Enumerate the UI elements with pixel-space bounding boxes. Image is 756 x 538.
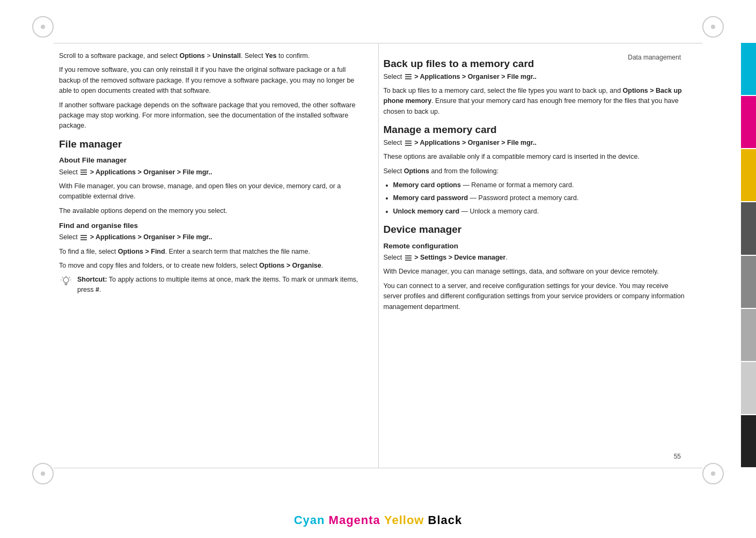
cmyk-bar: Cyan Magenta Yellow Black <box>294 513 463 527</box>
menu-icon-3 <box>405 73 412 80</box>
remote-p1: With Device manager, you can manage sett… <box>384 267 687 277</box>
menu-icon-2 <box>80 234 87 241</box>
memory-options-list: Memory card options — Rename or format a… <box>384 180 687 217</box>
shortcut-svg-icon <box>59 275 73 289</box>
reg-mark-tl <box>32 16 54 38</box>
cmyk-cyan: Cyan <box>294 513 325 527</box>
file-manager-title: File manager <box>59 138 362 151</box>
list-item-2: Memory card password — Password protect … <box>384 193 687 203</box>
list-item-3: Unlock memory card — Unlock a memory car… <box>384 207 687 217</box>
svg-rect-2 <box>80 174 87 175</box>
intro-p3: If another software package depends on t… <box>59 100 362 131</box>
backup-p1: To back up files to a memory card, selec… <box>384 86 687 117</box>
tab-gray1 <box>741 202 756 254</box>
intro-p1: Scroll to a software package, and select… <box>59 51 362 61</box>
reg-mark-br <box>702 463 724 484</box>
find-nav-text: Select > Applications > Organiser > File… <box>59 232 362 242</box>
find-p2: To move and copy files and folders, or t… <box>59 261 362 271</box>
svg-rect-18 <box>405 143 412 144</box>
menu-icon-1 <box>80 168 87 176</box>
shortcut-icon <box>59 275 74 292</box>
about-file-manager-subtitle: About File manager <box>59 155 362 166</box>
tab-yellow <box>741 149 756 201</box>
manage-p1: These options are available only if a co… <box>384 152 687 162</box>
right-column: Back up files to a memory card Select > … <box>373 48 687 463</box>
left-column: Scroll to a software package, and select… <box>59 48 373 463</box>
about-p2: The available options depend on the memo… <box>59 206 362 216</box>
svg-rect-0 <box>80 169 87 171</box>
cmyk-black: Black <box>428 513 463 527</box>
svg-rect-15 <box>405 76 412 77</box>
manage-nav-text: Select > Applications > Organiser > File… <box>384 138 687 148</box>
svg-rect-21 <box>405 257 412 259</box>
svg-rect-4 <box>80 237 87 238</box>
find-organise-subtitle: Find and organise files <box>59 220 362 231</box>
reg-mark-bl <box>32 463 54 484</box>
svg-rect-5 <box>80 239 87 240</box>
tab-black <box>741 415 756 467</box>
reg-mark-tr <box>702 16 724 38</box>
remote-p2: You can connect to a server, and receive… <box>384 281 687 312</box>
svg-rect-17 <box>405 141 412 142</box>
remote-config-subtitle: Remote configuration <box>384 241 687 252</box>
tab-gray4 <box>741 362 756 414</box>
intro-p2: If you remove software, you can only rei… <box>59 65 362 96</box>
menu-icon-4 <box>405 139 412 147</box>
remote-nav-text: Select > Settings > Device manager. <box>384 253 687 263</box>
cmyk-yellow: Yellow <box>384 513 424 527</box>
svg-rect-16 <box>405 78 412 79</box>
svg-rect-19 <box>405 145 412 146</box>
shortcut-box: Shortcut: To apply actions to multiple i… <box>59 275 362 295</box>
menu-icon-5 <box>405 254 412 262</box>
tab-cyan <box>741 43 756 95</box>
tab-gray2 <box>741 256 756 308</box>
cmyk-magenta: Magenta <box>329 513 380 527</box>
list-item-1: Memory card options — Rename or format a… <box>384 180 687 190</box>
tab-gray3 <box>741 309 756 361</box>
about-nav-text: Select > Applications > Organiser > File… <box>59 167 362 178</box>
svg-line-10 <box>62 277 63 278</box>
color-tabs <box>741 43 756 468</box>
page-container: Data management 55 Scroll to a software … <box>0 0 756 538</box>
svg-rect-22 <box>405 260 412 261</box>
content-area: Scroll to a software package, and select… <box>59 48 686 463</box>
svg-rect-3 <box>80 235 87 236</box>
backup-title: Back up files to a memory card <box>384 57 687 71</box>
svg-point-6 <box>63 277 69 283</box>
svg-rect-1 <box>80 172 87 173</box>
manage-title: Manage a memory card <box>384 123 687 137</box>
backup-nav-text: Select > Applications > Organiser > File… <box>384 72 687 82</box>
shortcut-text: Shortcut: To apply actions to multiple i… <box>77 275 362 295</box>
tab-magenta <box>741 96 756 148</box>
find-p1: To find a file, select Options > Find. E… <box>59 247 362 257</box>
svg-rect-20 <box>405 255 412 256</box>
device-manager-title: Device manager <box>384 223 687 237</box>
svg-line-11 <box>69 277 70 278</box>
manage-p2: Select Options and from the following: <box>384 166 687 176</box>
svg-rect-14 <box>405 74 412 75</box>
about-p1: With File manager, you can browse, manag… <box>59 181 362 202</box>
